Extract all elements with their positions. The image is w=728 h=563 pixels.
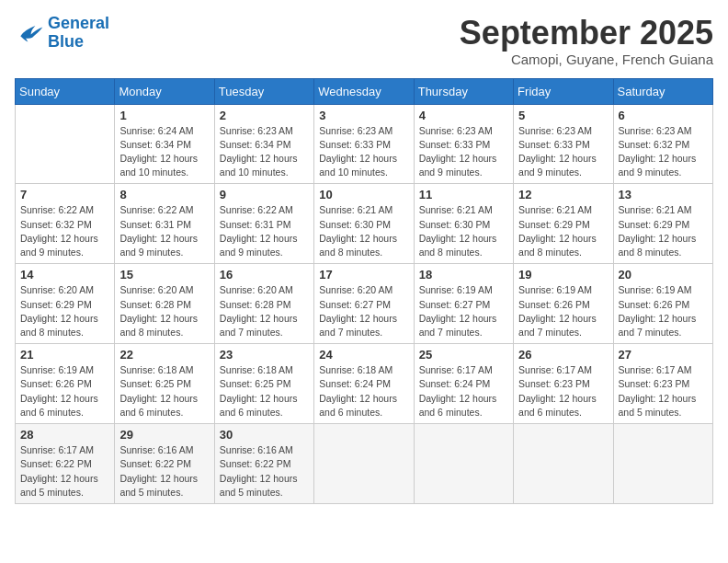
day-info: Sunrise: 6:21 AM Sunset: 6:30 PM Dayligh…	[419, 203, 508, 259]
calendar-cell: 17Sunrise: 6:20 AM Sunset: 6:27 PM Dayli…	[314, 264, 414, 344]
day-info: Sunrise: 6:21 AM Sunset: 6:30 PM Dayligh…	[319, 203, 408, 259]
day-info: Sunrise: 6:24 AM Sunset: 6:34 PM Dayligh…	[119, 124, 209, 180]
day-info: Sunrise: 6:22 AM Sunset: 6:31 PM Dayligh…	[220, 203, 309, 259]
day-number: 24	[319, 348, 408, 362]
calendar-cell: 16Sunrise: 6:20 AM Sunset: 6:28 PM Dayli…	[214, 264, 313, 344]
day-info: Sunrise: 6:19 AM Sunset: 6:27 PM Dayligh…	[419, 283, 508, 339]
calendar-cell: 19Sunrise: 6:19 AM Sunset: 6:26 PM Dayli…	[514, 264, 613, 344]
day-info: Sunrise: 6:17 AM Sunset: 6:22 PM Dayligh…	[20, 443, 109, 500]
day-info: Sunrise: 6:20 AM Sunset: 6:29 PM Dayligh…	[20, 283, 109, 339]
day-info: Sunrise: 6:23 AM Sunset: 6:33 PM Dayligh…	[419, 124, 508, 180]
month-title: September 2025	[460, 15, 713, 52]
page-header: General Blue September 2025 Camopi, Guya…	[15, 15, 713, 67]
day-number: 17	[319, 268, 408, 282]
day-number: 21	[20, 348, 109, 362]
location-subtitle: Camopi, Guyane, French Guiana	[460, 52, 713, 67]
day-info: Sunrise: 6:23 AM Sunset: 6:34 PM Dayligh…	[220, 124, 309, 180]
day-info: Sunrise: 6:20 AM Sunset: 6:27 PM Dayligh…	[319, 283, 408, 339]
day-number: 4	[419, 109, 508, 122]
calendar-cell: 4Sunrise: 6:23 AM Sunset: 6:33 PM Daylig…	[414, 104, 513, 184]
calendar-cell: 14Sunrise: 6:20 AM Sunset: 6:29 PM Dayli…	[16, 264, 115, 344]
day-number: 19	[518, 268, 608, 282]
day-number: 29	[119, 428, 209, 442]
day-number: 10	[319, 188, 408, 201]
calendar-cell: 18Sunrise: 6:19 AM Sunset: 6:27 PM Dayli…	[414, 264, 513, 344]
day-info: Sunrise: 6:16 AM Sunset: 6:22 PM Dayligh…	[220, 443, 309, 500]
day-info: Sunrise: 6:17 AM Sunset: 6:24 PM Dayligh…	[419, 363, 508, 419]
day-info: Sunrise: 6:21 AM Sunset: 6:29 PM Dayligh…	[619, 203, 708, 259]
day-info: Sunrise: 6:19 AM Sunset: 6:26 PM Dayligh…	[518, 283, 608, 339]
day-info: Sunrise: 6:20 AM Sunset: 6:28 PM Dayligh…	[220, 283, 309, 339]
weekday-header-monday: Monday	[115, 78, 214, 104]
day-number: 16	[220, 268, 309, 282]
calendar-cell: 9Sunrise: 6:22 AM Sunset: 6:31 PM Daylig…	[214, 184, 313, 264]
day-number: 6	[619, 109, 708, 122]
day-info: Sunrise: 6:17 AM Sunset: 6:23 PM Dayligh…	[518, 363, 608, 419]
calendar-cell: 27Sunrise: 6:17 AM Sunset: 6:23 PM Dayli…	[613, 344, 712, 424]
weekday-header-wednesday: Wednesday	[314, 78, 414, 104]
day-info: Sunrise: 6:23 AM Sunset: 6:32 PM Dayligh…	[619, 124, 708, 180]
day-number: 15	[119, 268, 209, 282]
calendar-cell: 12Sunrise: 6:21 AM Sunset: 6:29 PM Dayli…	[514, 184, 613, 264]
calendar-cell: 8Sunrise: 6:22 AM Sunset: 6:31 PM Daylig…	[115, 184, 214, 264]
day-number: 5	[518, 109, 608, 122]
day-number: 3	[319, 109, 408, 122]
calendar-table: SundayMondayTuesdayWednesdayThursdayFrid…	[15, 78, 713, 504]
calendar-header-row: SundayMondayTuesdayWednesdayThursdayFrid…	[16, 78, 713, 104]
logo-line1: General	[48, 14, 109, 32]
day-number: 22	[119, 348, 209, 362]
weekday-header-friday: Friday	[514, 78, 613, 104]
weekday-header-saturday: Saturday	[613, 78, 712, 104]
calendar-cell: 13Sunrise: 6:21 AM Sunset: 6:29 PM Dayli…	[613, 184, 712, 264]
calendar-cell: 28Sunrise: 6:17 AM Sunset: 6:22 PM Dayli…	[16, 424, 115, 504]
calendar-week-row: 21Sunrise: 6:19 AM Sunset: 6:26 PM Dayli…	[16, 344, 713, 424]
calendar-week-row: 1Sunrise: 6:24 AM Sunset: 6:34 PM Daylig…	[16, 104, 713, 184]
day-number: 25	[419, 348, 508, 362]
title-block: September 2025 Camopi, Guyane, French Gu…	[460, 15, 713, 67]
day-number: 13	[619, 188, 708, 201]
calendar-week-row: 28Sunrise: 6:17 AM Sunset: 6:22 PM Dayli…	[16, 424, 713, 504]
day-info: Sunrise: 6:17 AM Sunset: 6:23 PM Dayligh…	[619, 363, 708, 419]
calendar-cell: 15Sunrise: 6:20 AM Sunset: 6:28 PM Dayli…	[115, 264, 214, 344]
day-info: Sunrise: 6:23 AM Sunset: 6:33 PM Dayligh…	[319, 124, 408, 180]
calendar-cell: 1Sunrise: 6:24 AM Sunset: 6:34 PM Daylig…	[115, 104, 214, 184]
calendar-cell	[514, 424, 613, 504]
calendar-cell: 30Sunrise: 6:16 AM Sunset: 6:22 PM Dayli…	[214, 424, 313, 504]
day-number: 14	[20, 268, 109, 282]
day-number: 27	[619, 348, 708, 362]
day-number: 30	[220, 428, 309, 442]
calendar-cell: 5Sunrise: 6:23 AM Sunset: 6:33 PM Daylig…	[514, 104, 613, 184]
day-info: Sunrise: 6:21 AM Sunset: 6:29 PM Dayligh…	[518, 203, 608, 259]
calendar-cell: 3Sunrise: 6:23 AM Sunset: 6:33 PM Daylig…	[314, 104, 414, 184]
day-number: 7	[20, 188, 109, 201]
day-info: Sunrise: 6:22 AM Sunset: 6:32 PM Dayligh…	[20, 203, 109, 259]
day-info: Sunrise: 6:18 AM Sunset: 6:24 PM Dayligh…	[319, 363, 408, 419]
day-number: 28	[20, 428, 109, 442]
calendar-cell: 2Sunrise: 6:23 AM Sunset: 6:34 PM Daylig…	[214, 104, 313, 184]
logo-line2: Blue	[48, 32, 84, 51]
day-info: Sunrise: 6:22 AM Sunset: 6:31 PM Dayligh…	[119, 203, 209, 259]
weekday-header-thursday: Thursday	[414, 78, 513, 104]
calendar-cell: 26Sunrise: 6:17 AM Sunset: 6:23 PM Dayli…	[514, 344, 613, 424]
day-number: 8	[119, 188, 209, 201]
logo-icon	[15, 18, 44, 48]
calendar-cell: 11Sunrise: 6:21 AM Sunset: 6:30 PM Dayli…	[414, 184, 513, 264]
day-number: 1	[119, 109, 209, 122]
day-info: Sunrise: 6:23 AM Sunset: 6:33 PM Dayligh…	[518, 124, 608, 180]
day-info: Sunrise: 6:16 AM Sunset: 6:22 PM Dayligh…	[119, 443, 209, 500]
logo-text: General Blue	[48, 15, 109, 52]
calendar-cell	[613, 424, 712, 504]
calendar-cell: 6Sunrise: 6:23 AM Sunset: 6:32 PM Daylig…	[613, 104, 712, 184]
day-number: 18	[419, 268, 508, 282]
day-info: Sunrise: 6:18 AM Sunset: 6:25 PM Dayligh…	[220, 363, 309, 419]
calendar-cell: 7Sunrise: 6:22 AM Sunset: 6:32 PM Daylig…	[16, 184, 115, 264]
calendar-cell: 24Sunrise: 6:18 AM Sunset: 6:24 PM Dayli…	[314, 344, 414, 424]
day-number: 26	[518, 348, 608, 362]
day-info: Sunrise: 6:19 AM Sunset: 6:26 PM Dayligh…	[619, 283, 708, 339]
day-number: 9	[220, 188, 309, 201]
calendar-cell: 20Sunrise: 6:19 AM Sunset: 6:26 PM Dayli…	[613, 264, 712, 344]
day-number: 11	[419, 188, 508, 201]
day-info: Sunrise: 6:20 AM Sunset: 6:28 PM Dayligh…	[119, 283, 209, 339]
calendar-cell	[414, 424, 513, 504]
calendar-cell: 10Sunrise: 6:21 AM Sunset: 6:30 PM Dayli…	[314, 184, 414, 264]
